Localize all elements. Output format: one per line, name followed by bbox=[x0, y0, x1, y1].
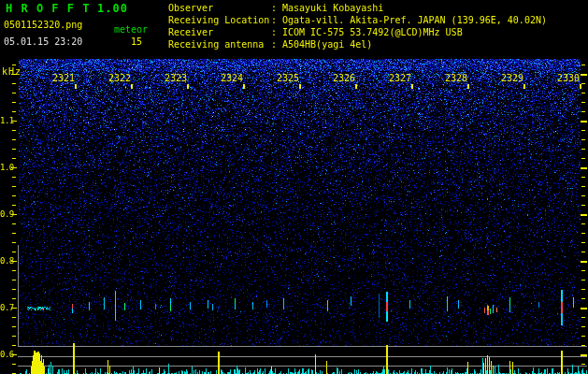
info-row: Receiver:ICOM IC-575 53.7492(@LCD)MHz US… bbox=[168, 27, 463, 39]
time-tick-label: 2321 bbox=[50, 74, 75, 83]
info-row-label: Observer bbox=[168, 3, 271, 13]
info-row-label: Receiving Location bbox=[168, 15, 271, 25]
info-row-value: ICOM IC-575 53.7492(@LCD)MHz USB bbox=[282, 27, 463, 37]
freq-tick-label: 0.6 bbox=[0, 351, 11, 359]
time-tick-label: 2326 bbox=[331, 74, 355, 83]
info-row-colon: : bbox=[271, 3, 282, 13]
time-tick-label: 2323 bbox=[163, 74, 187, 83]
app-title: H R O F F T bbox=[6, 3, 90, 14]
time-tick-label: 2329 bbox=[499, 74, 523, 83]
freq-tick-label: 0.8 bbox=[0, 257, 11, 266]
time-tick-label: 2327 bbox=[387, 74, 411, 83]
info-row: Receiving antenna:A504HB(yagi 4el) bbox=[168, 39, 372, 51]
freq-tick-label: 0.7 bbox=[0, 304, 11, 312]
time-tick-label: 2325 bbox=[275, 74, 299, 83]
freq-tick-label: 0.9 bbox=[0, 210, 11, 219]
filename: 0501152320.png bbox=[4, 21, 82, 30]
spectrogram-canvas bbox=[0, 0, 588, 374]
mode-label: meteor bbox=[114, 25, 148, 35]
time-tick-label: 2330 bbox=[555, 74, 580, 83]
freq-unit-label: kHz bbox=[2, 67, 22, 77]
datetime: 05.01.15 23:20 bbox=[4, 37, 82, 47]
freq-tick-label: 1.1 bbox=[0, 117, 11, 125]
info-row-value: A504HB(yagi 4el) bbox=[282, 39, 372, 50]
info-row-colon: : bbox=[271, 15, 282, 25]
info-row: Receiving Location:Ogata-vill. Akita-Pre… bbox=[168, 15, 547, 27]
info-row-value: Ogata-vill. Akita-Pref. JAPAN (139.96E, … bbox=[282, 15, 547, 25]
app-version: 1.00 bbox=[97, 3, 128, 14]
time-tick-label: 2324 bbox=[219, 74, 243, 83]
meteor-count: 15 bbox=[131, 37, 142, 47]
info-row: Observer:Masayuki Kobayashi bbox=[168, 3, 383, 15]
info-row-colon: : bbox=[271, 27, 282, 37]
info-row-value: Masayuki Kobayashi bbox=[282, 3, 383, 13]
time-tick-label: 2328 bbox=[443, 74, 467, 83]
time-tick-label: 2322 bbox=[107, 74, 131, 83]
info-row-colon: : bbox=[271, 39, 282, 50]
info-row-label: Receiver bbox=[168, 27, 271, 37]
hrofft-spectrogram-image: H R O F F T 1.00 0501152320.png meteor 0… bbox=[0, 0, 588, 374]
freq-tick-label: 1.0 bbox=[0, 164, 11, 172]
info-row-label: Receiving antenna bbox=[168, 39, 271, 50]
